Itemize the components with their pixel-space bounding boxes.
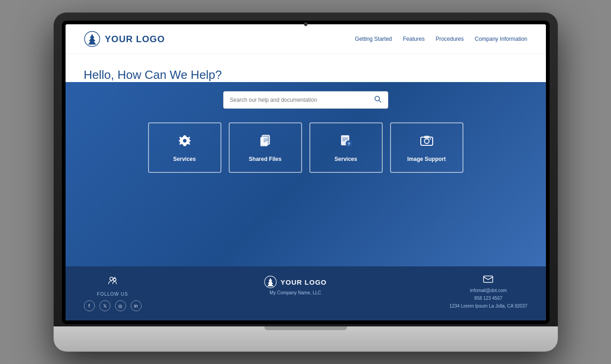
hero-section: Hello, How Can We Help? — [66, 54, 546, 82]
social-icons: f 𝕏 ◎ in — [84, 300, 142, 311]
svg-point-19 — [110, 277, 113, 281]
hero-title: Hello, How Can We Help? — [84, 68, 528, 82]
logo-tree-icon — [84, 31, 100, 47]
footer-email: infomail@dot.com — [470, 288, 506, 293]
card-image-support-label: Image Support — [407, 156, 446, 162]
search-bar[interactable] — [223, 91, 388, 109]
nav-links: Getting Started Features Procedures Comp… — [355, 36, 527, 42]
card-shared-files-label: Shared Files — [249, 156, 281, 162]
footer-logo-tree-icon — [264, 276, 277, 288]
footer-logo: YOUR LOGO My Company Name, LLC — [264, 276, 327, 295]
svg-text:?: ? — [347, 142, 350, 146]
email-icon — [483, 276, 493, 285]
webcam — [304, 22, 308, 26]
follow-icon — [108, 276, 118, 288]
laptop-wrapper: YOUR LOGO Getting Started Features Proce… — [54, 12, 558, 352]
search-icon — [374, 95, 381, 105]
card-services-1-label: Services — [173, 156, 196, 162]
twitter-icon[interactable]: 𝕏 — [99, 300, 110, 311]
footer-address: 1234 Lorem Ipsum La Jolla, CA 92037 — [449, 303, 527, 309]
image-support-icon — [419, 133, 434, 151]
instagram-icon[interactable]: ◎ — [115, 300, 126, 311]
services-2-icon: ? — [339, 133, 353, 151]
svg-point-18 — [429, 138, 431, 139]
svg-point-16 — [424, 139, 429, 143]
nav-getting-started[interactable]: Getting Started — [355, 36, 392, 42]
card-services-2[interactable]: ? Services — [309, 122, 383, 173]
logo-area: YOUR LOGO — [84, 31, 165, 47]
follow-text: FOLLOW US — [97, 292, 128, 297]
svg-line-2 — [379, 100, 381, 102]
blue-section: Services — [66, 82, 546, 266]
footer-follow: FOLLOW US f 𝕏 ◎ in — [84, 276, 142, 311]
svg-rect-24 — [484, 276, 493, 282]
card-shared-files[interactable]: Shared Files — [229, 122, 302, 173]
linkedin-icon[interactable]: in — [131, 300, 142, 311]
footer-company-name: My Company Name, LLC — [270, 290, 321, 295]
nav-procedures[interactable]: Procedures — [435, 36, 463, 42]
shared-files-icon — [258, 133, 273, 151]
screen-bezel: YOUR LOGO Getting Started Features Proce… — [62, 21, 550, 324]
logo-text: YOUR LOGO — [105, 34, 165, 44]
footer-contact: infomail@dot.com 858 123 4567 1234 Lorem… — [449, 276, 527, 309]
nav-company-information[interactable]: Company Information — [475, 36, 528, 42]
laptop-hinge — [264, 326, 347, 330]
laptop-base — [54, 326, 558, 352]
services-1-icon — [177, 133, 192, 151]
search-input[interactable] — [230, 97, 374, 103]
footer-phone: 858 123 4567 — [474, 296, 502, 301]
site-footer: FOLLOW US f 𝕏 ◎ in — [66, 266, 546, 320]
cards-grid: Services — [148, 122, 463, 173]
footer-logo-text: YOUR LOGO — [281, 278, 327, 286]
facebook-icon[interactable]: f — [84, 300, 95, 311]
laptop-body: YOUR LOGO Getting Started Features Proce… — [54, 12, 558, 352]
footer-logo-area: YOUR LOGO — [264, 276, 327, 288]
card-services-2-label: Services — [335, 156, 357, 162]
nav-features[interactable]: Features — [403, 36, 424, 42]
svg-rect-5 — [262, 135, 270, 144]
screen: YOUR LOGO Getting Started Features Proce… — [66, 24, 546, 320]
card-image-support[interactable]: Image Support — [390, 122, 463, 173]
site-header: YOUR LOGO Getting Started Features Proce… — [66, 24, 546, 54]
card-services-1[interactable]: Services — [148, 122, 221, 173]
